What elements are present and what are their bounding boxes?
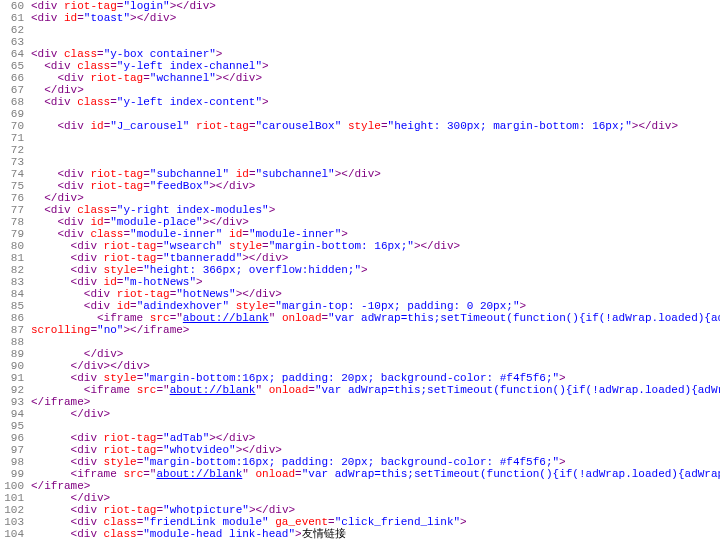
code-line[interactable]: 81 <div riot-tag="tbanneradd"></div> bbox=[0, 252, 720, 264]
line-content[interactable]: <div class="module-inner" id="module-inn… bbox=[27, 228, 348, 240]
line-content[interactable]: <div id="adindexhover" style="margin-top… bbox=[27, 300, 526, 312]
code-line[interactable]: 79 <div class="module-inner" id="module-… bbox=[0, 228, 720, 240]
line-number: 69 bbox=[0, 108, 27, 120]
code-line[interactable]: 83 <div id="m-hotNews"> bbox=[0, 276, 720, 288]
code-line[interactable]: 73 bbox=[0, 156, 720, 168]
code-line[interactable]: 84 <div riot-tag="hotNews"></div> bbox=[0, 288, 720, 300]
code-line[interactable]: 97 <div riot-tag="whotvideo"></div> bbox=[0, 444, 720, 456]
code-line[interactable]: 103 <div class="friendLink module" ga_ev… bbox=[0, 516, 720, 528]
line-content[interactable]: <div class="y-left index-content"> bbox=[27, 96, 269, 108]
line-content[interactable] bbox=[27, 336, 31, 348]
line-content[interactable]: </iframe> bbox=[27, 396, 90, 408]
code-line[interactable]: 75 <div riot-tag="feedBox"></div> bbox=[0, 180, 720, 192]
code-line[interactable]: 98 <div style="margin-bottom:16px; paddi… bbox=[0, 456, 720, 468]
code-line[interactable]: 63 bbox=[0, 36, 720, 48]
line-content[interactable]: scrolling="no"></iframe> bbox=[27, 324, 189, 336]
line-content[interactable]: </div> bbox=[27, 192, 84, 204]
code-line[interactable]: 70 <div id="J_carousel" riot-tag="carous… bbox=[0, 120, 720, 132]
code-line[interactable]: 95 bbox=[0, 420, 720, 432]
code-line[interactable]: 76 </div> bbox=[0, 192, 720, 204]
code-line[interactable]: 66 <div riot-tag="wchannel"></div> bbox=[0, 72, 720, 84]
code-line[interactable]: 86 <iframe src="about://blank" onload="v… bbox=[0, 312, 720, 324]
code-line[interactable]: 99 <iframe src="about://blank" onload="v… bbox=[0, 468, 720, 480]
code-line[interactable]: 91 <div style="margin-bottom:16px; paddi… bbox=[0, 372, 720, 384]
line-content[interactable]: <div class="friendLink module" ga_event=… bbox=[27, 516, 467, 528]
code-editor[interactable]: 60<div riot-tag="login"></div>61<div id=… bbox=[0, 0, 720, 539]
line-content[interactable]: <iframe src="about://blank" onload="var … bbox=[27, 312, 720, 324]
line-content[interactable]: </div></div> bbox=[27, 360, 150, 372]
line-content[interactable]: <div riot-tag="tbanneradd"></div> bbox=[27, 252, 288, 264]
line-content[interactable]: <div riot-tag="wsearch" style="margin-bo… bbox=[27, 240, 460, 252]
line-content[interactable] bbox=[27, 108, 31, 120]
line-content[interactable] bbox=[27, 36, 31, 48]
code-line[interactable]: 78 <div id="module-place"></div> bbox=[0, 216, 720, 228]
line-content[interactable]: <div class="y-left index-channel"> bbox=[27, 60, 269, 72]
line-content[interactable]: <div riot-tag="hotNews"></div> bbox=[27, 288, 282, 300]
line-content[interactable]: <div style="margin-bottom:16px; padding:… bbox=[27, 372, 566, 384]
line-content[interactable]: <div id="J_carousel" riot-tag="carouselB… bbox=[27, 120, 678, 132]
line-content[interactable]: </div> bbox=[27, 492, 110, 504]
line-content[interactable] bbox=[27, 132, 31, 144]
code-line[interactable]: 60<div riot-tag="login"></div> bbox=[0, 0, 720, 12]
line-content[interactable]: <div class="y-box container"> bbox=[27, 48, 222, 60]
code-line[interactable]: 96 <div riot-tag="adTab"></div> bbox=[0, 432, 720, 444]
line-content[interactable]: </div> bbox=[27, 408, 110, 420]
line-number: 93 bbox=[0, 396, 27, 408]
line-content[interactable]: <div id="module-place"></div> bbox=[27, 216, 249, 228]
line-content[interactable] bbox=[27, 24, 31, 36]
line-content[interactable]: <div riot-tag="login"></div> bbox=[27, 0, 216, 12]
code-line[interactable]: 100</iframe> bbox=[0, 480, 720, 492]
code-line[interactable]: 64<div class="y-box container"> bbox=[0, 48, 720, 60]
line-content[interactable]: </div> bbox=[27, 348, 123, 360]
code-line[interactable]: 61<div id="toast"></div> bbox=[0, 12, 720, 24]
code-line[interactable]: 74 <div riot-tag="subchannel" id="subcha… bbox=[0, 168, 720, 180]
code-line[interactable]: 80 <div riot-tag="wsearch" style="margin… bbox=[0, 240, 720, 252]
line-content[interactable]: <div id="m-hotNews"> bbox=[27, 276, 203, 288]
line-number: 100 bbox=[0, 480, 27, 492]
code-line[interactable]: 104 <div class="module-head link-head">友… bbox=[0, 528, 720, 539]
line-content[interactable]: <div class="y-right index-modules"> bbox=[27, 204, 275, 216]
code-line[interactable]: 82 <div style="height: 366px; overflow:h… bbox=[0, 264, 720, 276]
code-line[interactable]: 87scrolling="no"></iframe> bbox=[0, 324, 720, 336]
line-content[interactable]: <iframe src="about://blank" onload="var … bbox=[27, 468, 720, 480]
line-content[interactable]: <div riot-tag="whotvideo"></div> bbox=[27, 444, 282, 456]
line-content[interactable] bbox=[27, 420, 31, 432]
line-number: 98 bbox=[0, 456, 27, 468]
line-number: 68 bbox=[0, 96, 27, 108]
line-content[interactable]: <div riot-tag="subchannel" id="subchanne… bbox=[27, 168, 381, 180]
line-content[interactable]: </iframe> bbox=[27, 480, 90, 492]
code-line[interactable]: 89 </div> bbox=[0, 348, 720, 360]
code-line[interactable]: 71 bbox=[0, 132, 720, 144]
line-content[interactable]: <div riot-tag="whotpicture"></div> bbox=[27, 504, 295, 516]
code-line[interactable]: 101 </div> bbox=[0, 492, 720, 504]
line-number: 89 bbox=[0, 348, 27, 360]
line-content[interactable]: <div class="module-head link-head">友情链接 bbox=[27, 528, 346, 539]
line-content[interactable]: <div riot-tag="feedBox"></div> bbox=[27, 180, 255, 192]
line-content[interactable]: <div riot-tag="adTab"></div> bbox=[27, 432, 255, 444]
code-line[interactable]: 88 bbox=[0, 336, 720, 348]
code-line[interactable]: 90 </div></div> bbox=[0, 360, 720, 372]
line-content[interactable] bbox=[27, 144, 31, 156]
code-line[interactable]: 72 bbox=[0, 144, 720, 156]
code-line[interactable]: 69 bbox=[0, 108, 720, 120]
line-content[interactable]: </div> bbox=[27, 84, 84, 96]
line-content[interactable] bbox=[27, 156, 31, 168]
code-line[interactable]: 62 bbox=[0, 24, 720, 36]
code-line[interactable]: 102 <div riot-tag="whotpicture"></div> bbox=[0, 504, 720, 516]
line-number: 83 bbox=[0, 276, 27, 288]
code-line[interactable]: 67 </div> bbox=[0, 84, 720, 96]
code-line[interactable]: 77 <div class="y-right index-modules"> bbox=[0, 204, 720, 216]
line-number: 101 bbox=[0, 492, 27, 504]
line-content[interactable]: <iframe src="about://blank" onload="var … bbox=[27, 384, 720, 396]
line-content[interactable]: <div style="margin-bottom:16px; padding:… bbox=[27, 456, 566, 468]
code-line[interactable]: 85 <div id="adindexhover" style="margin-… bbox=[0, 300, 720, 312]
line-content[interactable]: <div id="toast"></div> bbox=[27, 12, 176, 24]
code-line[interactable]: 94 </div> bbox=[0, 408, 720, 420]
line-content[interactable]: <div style="height: 366px; overflow:hidd… bbox=[27, 264, 368, 276]
code-line[interactable]: 65 <div class="y-left index-channel"> bbox=[0, 60, 720, 72]
line-content[interactable]: <div riot-tag="wchannel"></div> bbox=[27, 72, 262, 84]
code-line[interactable]: 68 <div class="y-left index-content"> bbox=[0, 96, 720, 108]
line-number: 82 bbox=[0, 264, 27, 276]
code-line[interactable]: 92 <iframe src="about://blank" onload="v… bbox=[0, 384, 720, 396]
code-line[interactable]: 93</iframe> bbox=[0, 396, 720, 408]
